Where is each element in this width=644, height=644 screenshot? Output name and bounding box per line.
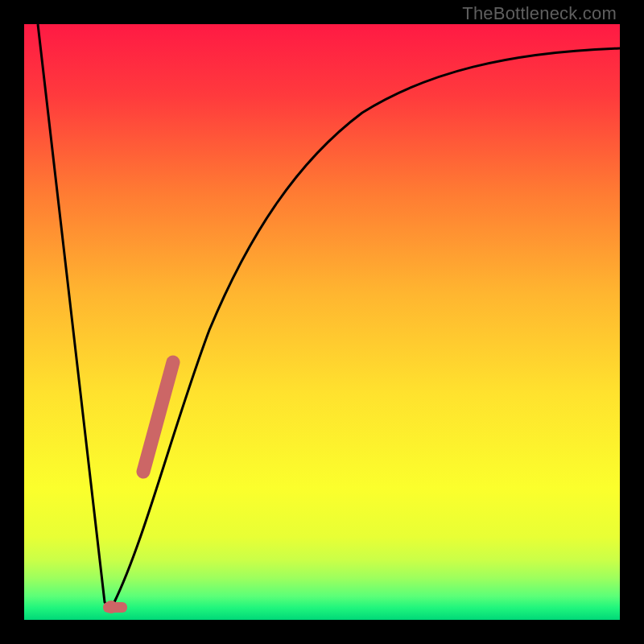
watermark-text: TheBottleneck.com [462,3,617,24]
chart-frame: TheBottleneck.com [0,0,644,644]
marker-segment [143,362,173,472]
plot-area [24,24,620,620]
chart-overlay [24,24,620,620]
bottleneck-curve [38,24,620,607]
optimal-point-bar [103,602,127,613]
